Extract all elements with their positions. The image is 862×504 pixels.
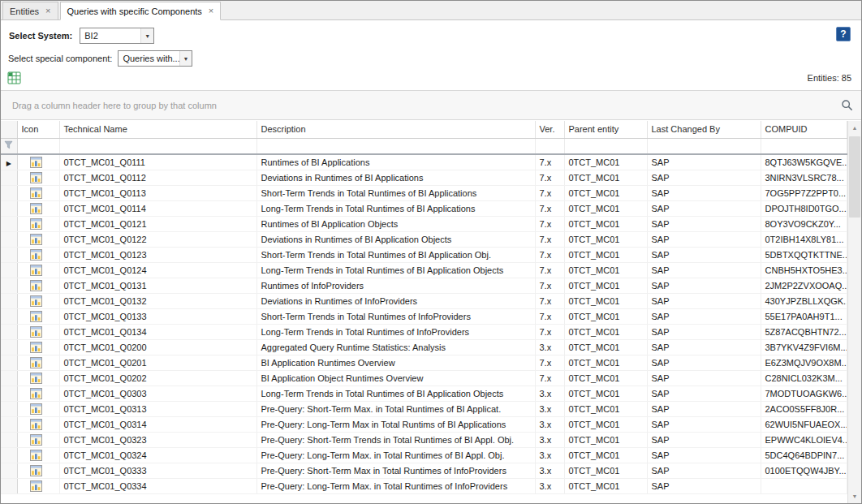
cell-last-changed-by: SAP	[647, 231, 761, 247]
system-dropdown[interactable]: BI2 ▼	[80, 28, 154, 44]
scrollbar-thumb[interactable]	[849, 136, 860, 218]
table-row[interactable]: 0TCT_MC01_Q0324Pre-Query: Long-Term Max.…	[1, 447, 847, 463]
filter-cell-compuid[interactable]	[761, 138, 847, 154]
search-button[interactable]	[841, 99, 853, 111]
query-icon	[30, 419, 42, 430]
vertical-scrollbar[interactable]: ▲ ▼	[847, 121, 861, 503]
tab-queries-close-icon[interactable]: ×	[209, 6, 213, 15]
query-icon	[30, 203, 42, 214]
table-row[interactable]: 0TCT_MC01_Q0112Deviations in Runtimes of…	[1, 170, 847, 185]
cell-last-changed-by: SAP	[647, 185, 761, 200]
table-row[interactable]: 0TCT_MC01_Q0133Short-Term Trends in Tota…	[1, 308, 847, 324]
scroll-up-icon[interactable]: ▲	[848, 121, 861, 135]
table-row[interactable]: 0TCT_MC01_Q0134Long-Term Trends in Total…	[1, 324, 847, 339]
cell-description: Deviations in Runtimes of BI Application…	[256, 231, 535, 247]
toolbar-area: Select System: BI2 ▼ ? Select special co…	[1, 20, 861, 90]
cell-description: Long-Term Trends in Total Runtimes of BI…	[256, 262, 535, 278]
current-row-arrow-icon: ▶	[6, 160, 11, 167]
cell-technical-name: 0TCT_MC01_Q0124	[59, 262, 256, 278]
table-row[interactable]: 0TCT_MC01_Q0121Runtimes of BI Applicatio…	[1, 216, 847, 231]
cell-technical-name: 0TCT_MC01_Q0112	[59, 170, 256, 185]
filter-cell-icon[interactable]	[17, 138, 59, 154]
tab-entities-close-icon[interactable]: ×	[45, 6, 50, 15]
cell-technical-name: 0TCT_MC01_Q0324	[59, 447, 256, 463]
chevron-down-icon[interactable]: ▼	[179, 51, 192, 66]
cell-compuid: 8QTJ63W5KGQVE...	[761, 154, 847, 170]
row-indicator-cell	[1, 386, 17, 401]
filter-cell-parent-entity[interactable]	[564, 138, 647, 154]
cell-compuid: 8OY3VO9CKZ0Y...	[761, 216, 847, 231]
row-indicator-cell	[1, 308, 17, 324]
cell-technical-name: 0TCT_MC01_Q0303	[59, 386, 256, 401]
cell-icon	[17, 170, 59, 185]
cell-parent-entity: 0TCT_MC01	[564, 416, 647, 432]
cell-compuid: EPWWC4KLOIEV4...	[761, 432, 847, 447]
column-header-description[interactable]: Description	[256, 121, 535, 138]
table-row[interactable]: 0TCT_MC01_Q0201BI Application Runtimes O…	[1, 355, 847, 370]
cell-icon	[17, 278, 59, 293]
cell-compuid: 5Z87ACQBHTN72...	[761, 324, 847, 339]
cell-last-changed-by: SAP	[647, 247, 761, 262]
cell-compuid	[761, 478, 847, 493]
filter-cell-technical-name[interactable]	[59, 138, 256, 154]
help-button[interactable]: ?	[836, 27, 851, 41]
table-row[interactable]: 0TCT_MC01_Q0132Deviations in Runtimes of…	[1, 293, 847, 308]
cell-last-changed-by: SAP	[647, 154, 761, 170]
table-row[interactable]: 0TCT_MC01_Q0200Aggregated Query Runtime …	[1, 339, 847, 355]
table-row[interactable]: 0TCT_MC01_Q0313Pre-Query: Short-Term Max…	[1, 401, 847, 416]
cell-parent-entity: 0TCT_MC01	[564, 339, 647, 355]
cell-version: 7.x	[535, 170, 564, 185]
column-header-version[interactable]: Ver.	[535, 121, 564, 138]
row-indicator-cell	[1, 447, 17, 463]
cell-icon	[17, 386, 59, 401]
table-row[interactable]: 0TCT_MC01_Q0131Runtimes of InfoProviders…	[1, 278, 847, 293]
table-row[interactable]: 0TCT_MC01_Q0124Long-Term Trends in Total…	[1, 262, 847, 278]
filter-cell-version[interactable]	[535, 138, 564, 154]
table-row[interactable]: 0TCT_MC01_Q0303Long-Term Trends in Total…	[1, 386, 847, 401]
cell-description: Long-Term Trends in Total Runtimes of BI…	[256, 200, 535, 216]
table-row[interactable]: 0TCT_MC01_Q0114Long-Term Trends in Total…	[1, 200, 847, 216]
table-row[interactable]: 0TCT_MC01_Q0334Pre-Query: Long-Term Max.…	[1, 478, 847, 493]
query-icon	[30, 326, 42, 338]
tab-entities[interactable]: Entities ×	[2, 2, 58, 19]
table-row[interactable]: 0TCT_MC01_Q0113Short-Term Trends in Tota…	[1, 185, 847, 200]
table-row[interactable]: 0TCT_MC01_Q0333Pre-Query: Short-Term Max…	[1, 463, 847, 478]
cell-version: 7.x	[535, 293, 564, 308]
cell-version: 7.x	[535, 308, 564, 324]
cell-compuid: 7OG5PP7Z2PPT0...	[761, 185, 847, 200]
cell-technical-name: 0TCT_MC01_Q0200	[59, 339, 256, 355]
filter-cell-last-changed-by[interactable]	[647, 138, 761, 154]
tab-queries-with-specific-components[interactable]: Queries with specific Components ×	[60, 2, 222, 20]
special-component-dropdown[interactable]: Queries with... ▼	[118, 50, 192, 67]
table-row[interactable]: 0TCT_MC01_Q0314Pre-Query: Long-Term Max …	[1, 416, 847, 432]
column-header-parent-entity[interactable]: Parent entity	[564, 121, 647, 138]
query-icon	[30, 403, 42, 415]
row-indicator-cell	[1, 200, 17, 216]
query-icon	[30, 157, 42, 168]
cell-icon	[17, 200, 59, 216]
group-by-panel[interactable]: Drag a column header here to group by th…	[1, 91, 861, 120]
column-header-compuid[interactable]: COMPUID	[761, 121, 847, 138]
app-window: Entities × Queries with specific Compone…	[0, 0, 862, 504]
column-header-icon[interactable]: Icon	[17, 121, 59, 138]
tab-queries-label: Queries with specific Components	[67, 6, 202, 16]
column-header-last-changed-by[interactable]: Last Changed By	[647, 121, 761, 138]
system-dropdown-value: BI2	[80, 31, 98, 41]
select-system-row: Select System: BI2 ▼	[9, 28, 154, 44]
scroll-down-icon[interactable]: ▼	[848, 489, 861, 503]
table-row[interactable]: 0TCT_MC01_Q0323Pre-Query: Short-Term Tre…	[1, 432, 847, 447]
table-row[interactable]: 0TCT_MC01_Q0202BI Application Object Run…	[1, 370, 847, 386]
column-header-technical-name[interactable]: Technical Name	[59, 121, 256, 138]
row-indicator-cell	[1, 478, 17, 493]
chevron-down-icon[interactable]: ▼	[140, 28, 153, 43]
cell-last-changed-by: SAP	[647, 339, 761, 355]
query-icon	[30, 218, 42, 230]
query-icon	[30, 342, 42, 353]
export-to-excel-button[interactable]	[7, 71, 24, 85]
filter-cell-description[interactable]	[256, 138, 535, 154]
table-row[interactable]: ▶0TCT_MC01_Q0111Runtimes of BI Applicati…	[1, 154, 847, 170]
table-row[interactable]: 0TCT_MC01_Q0123Short-Term Trends in Tota…	[1, 247, 847, 262]
table-row[interactable]: 0TCT_MC01_Q0122Deviations in Runtimes of…	[1, 231, 847, 247]
cell-parent-entity: 0TCT_MC01	[564, 247, 647, 262]
cell-icon	[17, 416, 59, 432]
